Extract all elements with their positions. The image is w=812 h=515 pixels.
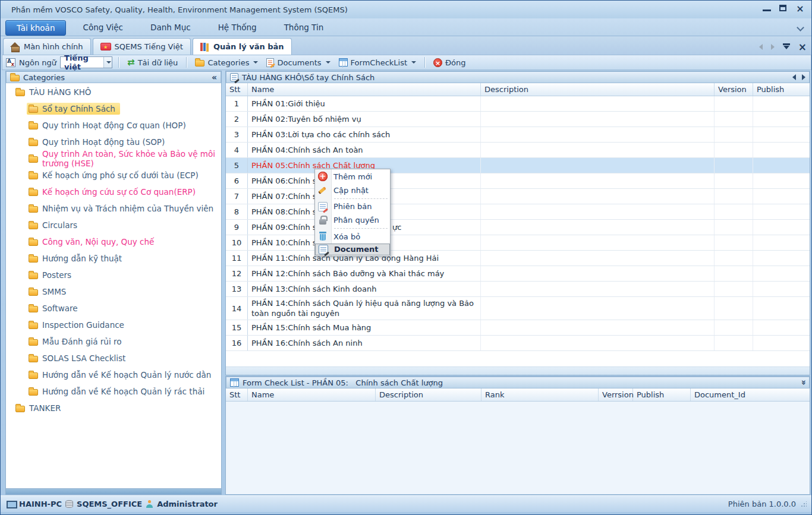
context-menu-item[interactable]: Thêm mới [315, 170, 390, 184]
context-menu-item[interactable]: Document [315, 244, 390, 255]
table-row[interactable]: 15PHẦN 15:Chính sách Mua hàng [226, 320, 810, 336]
row-number-cell: 1 [226, 96, 248, 111]
language-select[interactable]: Tiếng việt [60, 56, 112, 68]
ribbon-collapse-chevron-icon[interactable] [798, 25, 803, 30]
tree-item-content: Kế hoạch ứng cứu sự cố Cơ quan(ERP) [29, 187, 196, 197]
doc-tab[interactable]: ★SQEMS Tiếng Việt [93, 38, 191, 55]
tree-item[interactable]: Posters [6, 267, 221, 283]
tree-item[interactable]: Software [6, 300, 221, 317]
table-row[interactable]: 6PHẦN 06:Chính sác [226, 173, 810, 189]
tree-item[interactable]: Hướng dẫn về Kế hoạch Quản lý nước dằn [6, 366, 221, 383]
language-select-arrow[interactable] [103, 57, 112, 68]
row-number-cell: 8 [226, 204, 248, 219]
table-row[interactable]: 8PHẦN 08:Chính sác [226, 204, 810, 220]
nav-left-icon[interactable] [792, 74, 796, 80]
tree-item[interactable]: Công văn, Nội quy, Quy chế [6, 233, 221, 250]
tree-item[interactable]: Hướng dẫn kỹ thuật [6, 250, 221, 267]
minimize-button[interactable] [763, 5, 771, 11]
folder-icon [29, 123, 38, 129]
context-menu-item[interactable]: Cập nhật [315, 184, 390, 197]
tree-item[interactable]: Circulars [6, 217, 221, 233]
table-row[interactable]: 3PHẦN 03:Lời tựa cho các chính sách [226, 127, 810, 143]
column-header[interactable]: Publish [753, 83, 810, 96]
double-chevron-down-icon[interactable]: « [798, 380, 807, 385]
tree-item[interactable]: TANKER [6, 400, 221, 416]
tree-item[interactable]: SMMS [6, 283, 221, 300]
tree-item[interactable]: Quy trình An toàn, Sức khỏe và Bảo vệ mô… [6, 150, 221, 167]
folder-icon [29, 156, 38, 163]
column-header[interactable]: Stt [226, 83, 248, 96]
column-header[interactable]: Name [248, 388, 376, 401]
tree-item[interactable]: Mẫu Đánh giá rủi ro [6, 333, 221, 350]
add-icon [318, 172, 328, 181]
table-row[interactable]: 16PHẦN 16:Chính sách An ninh [226, 336, 810, 351]
tab-list-dropdown-icon[interactable] [783, 43, 790, 50]
tree-item[interactable]: TÀU HÀNG KHÔ [6, 84, 221, 100]
tree-item[interactable]: SOLAS LSA Checklist [6, 350, 221, 366]
close-view-button[interactable]: × Đóng [431, 57, 468, 68]
column-header[interactable]: Publish [633, 388, 691, 401]
user-icon [146, 500, 153, 508]
doc-tab[interactable]: Màn hình chính [3, 38, 91, 55]
tree-item[interactable]: Kế hoạch ứng phó sự cố dưới tàu (ECP) [6, 167, 221, 184]
context-menu-item[interactable]: Phân quyền [315, 213, 390, 227]
ribbon-tab[interactable]: Hệ Thống [207, 20, 267, 36]
nav-right-icon[interactable] [802, 74, 805, 80]
table-row[interactable]: 11PHẦN 11:Chính sách Quản lý Lao động Hà… [226, 251, 810, 266]
documents-menu-button[interactable]: Documents [264, 57, 332, 68]
title-bar: Phần mềm VOSCO Safety, Quality, Health, … [1, 1, 812, 18]
chevron-down-icon [326, 61, 331, 64]
close-button[interactable]: × [795, 5, 805, 13]
context-menu-separator [315, 227, 390, 230]
reload-button[interactable]: ⇄ Tải dữ liệu [125, 57, 180, 68]
table-row[interactable]: 4PHẦN 04:Chính sách An toàn [226, 143, 810, 158]
tree-item[interactable]: Kế hoạch ứng cứu sự cố Cơ quan(ERP) [6, 184, 221, 200]
table-row[interactable]: 14PHẦN 14:Chính sách Quản lý hiệu quả nă… [226, 297, 810, 320]
tab-close-icon[interactable]: × [798, 43, 807, 50]
context-menu-item[interactable]: Xóa bỏ [315, 230, 390, 244]
ribbon-tab[interactable]: Tài khoản [5, 20, 66, 36]
context-menu-item[interactable]: Phiên bản [315, 200, 390, 214]
publish-cell [753, 297, 810, 320]
resize-grip[interactable] [801, 501, 807, 507]
tree-item[interactable]: Nhiệm vụ và Trách nhiệm của Thuyền viên [6, 200, 221, 217]
documents-grid-header: SttNameDescriptionVersionPublish [226, 83, 810, 96]
table-row[interactable]: 5PHẦN 05:Chính sách Chất lượng [226, 158, 810, 173]
column-header[interactable]: Rank [481, 388, 599, 401]
table-row[interactable]: 7PHẦN 07:Chính sác [226, 189, 810, 204]
tree-item[interactable]: Quy trình Hoạt động tàu (SOP) [6, 134, 221, 150]
table-row[interactable]: 1PHẦN 01:Giới thiệu [226, 96, 810, 112]
tree-item[interactable]: Hướng dẫn về Kế hoạch Quản lý rác thải [6, 383, 221, 400]
formchecklist-menu-button[interactable]: FormCheckList [336, 57, 418, 68]
table-row[interactable]: 12PHẦN 12:Chính sách Bảo dưỡng và Khai t… [226, 266, 810, 282]
row-number-cell: 2 [226, 112, 248, 127]
tab-scroll-left-icon[interactable] [759, 44, 763, 50]
tree-item-label: Hướng dẫn về Kế hoạch Quản lý rác thải [42, 387, 204, 396]
doc-tab[interactable]: Quản lý văn bản [193, 38, 292, 55]
folder-icon [29, 223, 38, 229]
documents-label: Documents [277, 58, 321, 67]
ribbon-tab[interactable]: Danh Mục [140, 20, 202, 36]
computer-icon [7, 501, 15, 508]
table-row[interactable]: 13PHẦN 13:Chính sách Kinh doanh [226, 282, 810, 297]
tree-item[interactable]: Sổ tay Chính Sách [6, 100, 221, 117]
toolbar-separator [424, 57, 425, 68]
column-header[interactable]: Name [248, 83, 481, 96]
ribbon-tab[interactable]: Công Việc [72, 20, 134, 36]
column-header[interactable]: Document_Id [691, 388, 810, 401]
column-header[interactable]: Description [376, 388, 481, 401]
tree-item[interactable]: Quy trình Hoạt động Cơ quan (HOP) [6, 117, 221, 134]
table-row[interactable]: 9PHẦN 09:Chính sácực [226, 220, 810, 235]
column-header[interactable]: Description [481, 83, 715, 96]
table-row[interactable]: 10PHẦN 10:Chính sác [226, 235, 810, 251]
maximize-button[interactable] [779, 5, 786, 11]
categories-menu-button[interactable]: Categories [193, 57, 260, 68]
column-header[interactable]: Stt [226, 388, 248, 401]
collapse-panel-icon[interactable]: « [212, 72, 217, 82]
column-header[interactable]: Verrsion [599, 388, 633, 401]
ribbon-tab[interactable]: Thông Tin [273, 20, 335, 36]
table-row[interactable]: 2PHẦN 02:Tuyên bố nhiệm vụ [226, 112, 810, 127]
tab-scroll-right-icon[interactable] [771, 44, 775, 50]
column-header[interactable]: Version [715, 83, 753, 96]
tree-item[interactable]: Inspection Guidance [6, 317, 221, 333]
